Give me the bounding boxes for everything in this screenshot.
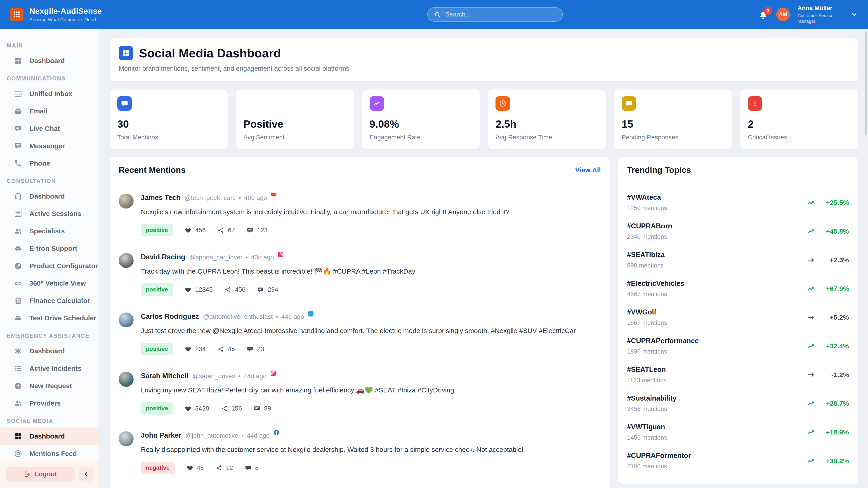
- view-all-link[interactable]: View All: [575, 166, 601, 174]
- sidebar-item-icon: [14, 90, 22, 98]
- platform-icon: [278, 251, 284, 258]
- sidebar-item[interactable]: Phone: [0, 155, 99, 172]
- sidebar-item[interactable]: Dashboard: [0, 427, 99, 445]
- shares-group[interactable]: 156: [221, 405, 242, 412]
- sentiment-badge: negative: [141, 462, 175, 474]
- mention-item[interactable]: John Parker @john_automotive • 44d ago R…: [119, 431, 601, 474]
- search-input[interactable]: [445, 11, 556, 18]
- sidebar-item-icon: [14, 314, 22, 322]
- topic-hashtag: #VWGolf: [627, 308, 667, 316]
- stat-icon: [495, 96, 510, 111]
- sidebar-item[interactable]: Active Incidents: [0, 360, 99, 377]
- sidebar-item[interactable]: Providers: [0, 394, 99, 412]
- topic-mentions-count: 1123 mentions: [627, 377, 666, 384]
- comments-group[interactable]: 23: [247, 346, 264, 353]
- mention-item[interactable]: James Tech @tech_geek_cars • 40d ago Nex…: [119, 194, 601, 236]
- notification-badge: 3: [764, 7, 772, 15]
- user-menu-chevron-down-icon[interactable]: [850, 11, 858, 18]
- sidebar-collapse-button[interactable]: [79, 467, 94, 482]
- sidebar-item[interactable]: Email: [0, 102, 99, 120]
- scrollbar-thumb[interactable]: [865, 31, 867, 135]
- likes-group[interactable]: 12345: [185, 286, 213, 293]
- shares-group[interactable]: 12: [216, 464, 233, 471]
- sidebar-item[interactable]: Messenger: [0, 137, 99, 155]
- likes-group[interactable]: 234: [185, 346, 206, 353]
- app-header: Nexgile-AudiSense Sensing What Customers…: [0, 0, 868, 29]
- heart-icon: [186, 464, 193, 471]
- comments-count: 8: [255, 464, 259, 471]
- topic-hashtag: #SEATIbiza: [627, 251, 665, 259]
- trending-topic-row[interactable]: #CUPRABorn 2340 mentions +45.8%: [627, 217, 849, 246]
- page-scrollbar[interactable]: [864, 29, 868, 488]
- comments-group[interactable]: 89: [254, 405, 271, 412]
- shares-group[interactable]: 45: [217, 346, 235, 353]
- trending-list: #VWAteca 1250 mentions +25.5% #CUPRABo: [618, 183, 858, 484]
- trending-topic-row[interactable]: #CUPRAPerformance 1890 mentions +32.4%: [627, 332, 849, 360]
- sidebar-item[interactable]: Live Chat: [0, 120, 99, 137]
- sidebar-item[interactable]: E-tron Support: [0, 240, 99, 257]
- mention-avatar: [119, 313, 133, 327]
- trend-direction-icon: [807, 371, 815, 379]
- mention-author-name: James Tech: [141, 194, 180, 202]
- trending-topic-row[interactable]: #Sustainability 3456 mentions +28.7%: [627, 389, 849, 418]
- sidebar-item[interactable]: Dashboard: [0, 342, 99, 360]
- sidebar-item-label: Dashboard: [29, 347, 65, 355]
- share-icon: [217, 227, 224, 234]
- likes-group[interactable]: 3420: [185, 405, 209, 412]
- sidebar-item[interactable]: Mentions Feed: [0, 445, 99, 462]
- mention-author-name: David Racing: [141, 253, 185, 261]
- mention-avatar: [119, 372, 133, 387]
- sidebar-item[interactable]: Unified Inbox: [0, 85, 99, 102]
- trending-topic-row[interactable]: #VWTiguan 1456 mentions +18.9%: [627, 418, 849, 447]
- mention-item[interactable]: Sarah Mitchell @sarah_drives • 44d ago L…: [119, 372, 601, 415]
- comments-group[interactable]: 123: [247, 227, 268, 234]
- trending-topic-row[interactable]: #SEATLeon 1123 mentions -1.2%: [627, 360, 849, 389]
- global-search[interactable]: [427, 7, 563, 22]
- trending-topic-row[interactable]: #CUPRAFormentor 2100 mentions +39.2%: [627, 447, 849, 475]
- stat-icon: [748, 96, 762, 111]
- heart-icon: [185, 227, 191, 234]
- shares-group[interactable]: 67: [217, 227, 235, 234]
- notifications-button[interactable]: 3: [758, 9, 769, 20]
- stat-value: Positive: [243, 118, 346, 130]
- stat-label: Avg Response Time: [495, 134, 598, 141]
- sidebar-item-label: Phone: [29, 160, 50, 167]
- mention-item[interactable]: Carlos Rodriguez @automotive_enthusiast …: [119, 313, 601, 355]
- comments-group[interactable]: 8: [245, 464, 259, 471]
- platform-icon: [273, 429, 280, 436]
- logout-button[interactable]: Logout: [6, 467, 74, 482]
- sidebar-item[interactable]: Finance Calculator: [0, 292, 99, 309]
- trending-topic-row[interactable]: #VWGolf 1567 mentions +5.2%: [627, 303, 849, 332]
- likes-group[interactable]: 456: [185, 227, 206, 234]
- trending-topic-row[interactable]: #SEATIbiza 890 mentions +2.3%: [627, 246, 849, 274]
- platform-icon: [271, 192, 277, 198]
- sidebar-item-icon: [14, 364, 22, 372]
- trending-topic-row[interactable]: #VWAteca 1250 mentions +25.5%: [627, 188, 849, 217]
- likes-count: 45: [197, 464, 204, 471]
- sidebar-item[interactable]: Dashboard: [0, 188, 99, 205]
- topic-change-percent: +25.5%: [824, 199, 849, 206]
- sidebar-item[interactable]: Dashboard: [0, 52, 99, 69]
- sidebar-item[interactable]: Active Sessions: [0, 205, 99, 222]
- trending-topic-row[interactable]: #ElectricVehicles 4567 mentions +67.9%: [627, 274, 849, 303]
- topic-mentions-count: 1890 mentions: [627, 348, 699, 355]
- mention-item[interactable]: David Racing @sports_car_lover • 43d ago…: [119, 253, 601, 296]
- topic-change-percent: +28.7%: [824, 400, 849, 408]
- sidebar-item-icon: [14, 142, 22, 150]
- trend-direction-icon: [807, 457, 815, 465]
- sidebar-item[interactable]: 360° Vehicle View: [0, 274, 99, 292]
- topic-mentions-count: 2340 mentions: [627, 233, 672, 240]
- trend-direction-icon: [807, 399, 815, 408]
- sidebar-item[interactable]: New Request: [0, 377, 99, 394]
- avatar[interactable]: AM: [776, 8, 790, 21]
- stat-value: 15: [622, 118, 724, 130]
- nav-section-emergency: EMERGENCY ASSISTANCE Dashboard Active In…: [0, 332, 99, 412]
- likes-group[interactable]: 45: [186, 464, 204, 471]
- sidebar-item[interactable]: Specialists: [0, 222, 99, 240]
- sidebar-item[interactable]: Product Configurator: [0, 257, 99, 274]
- sidebar-item[interactable]: Test Drive Scheduler: [0, 309, 99, 327]
- shares-group[interactable]: 456: [224, 286, 246, 293]
- dashboard-grid-icon: [119, 46, 133, 60]
- stat-card: 2 Critical Issues: [740, 90, 858, 149]
- comments-group[interactable]: 234: [257, 286, 278, 293]
